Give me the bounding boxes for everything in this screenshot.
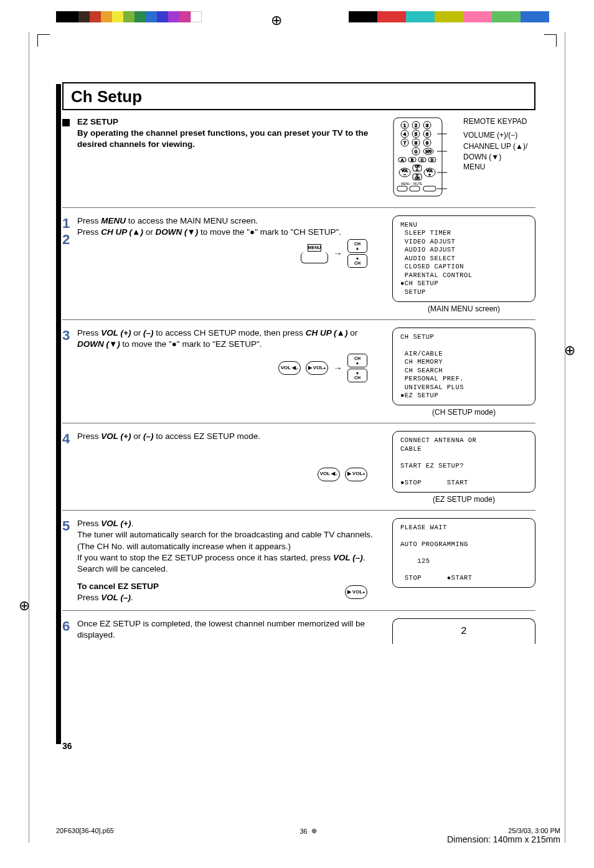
main-menu-screen: MENU SLEEP TIMER VIDEO ADJUST AUDIO ADJU… [392,215,535,302]
registration-mark-right-icon: ⊕ [564,342,575,359]
svg-rect-46 [410,186,420,191]
main-menu-caption: (MAIN MENU screen) [392,304,535,313]
registration-mark-left-icon: ⊕ [19,598,30,614]
ez-setup-intro: EZ SETUP By operating the channel preset… [77,116,386,197]
svg-text:D: D [431,158,434,162]
menu-button-icon [301,252,328,263]
vol-plus-button-icon: ▶ VOL+ [345,468,367,481]
print-footer: 20F630[36-40].p65 36 ⊕ 25/3/03, 3:00 PM … [56,827,560,844]
svg-text:MUTE: MUTE [413,182,423,186]
svg-text:5: 5 [415,131,418,137]
registration-mark-icon: ⊕ [271,12,282,29]
auto-programming-screen: PLEASE WAIT AUTO PROGRAMMING 125 STOP ●S… [392,518,535,588]
registration-mark-icon: ⊕ [311,827,317,835]
ch-up-button-icon: CH▲ [347,239,367,253]
remote-label-channel: CHANNEL UP (▲)/ DOWN (▼) [463,141,535,161]
svg-text:MENU: MENU [401,182,410,186]
svg-text:4: 4 [403,131,407,137]
svg-text:▲: ▲ [415,167,419,171]
svg-text:1: 1 [403,123,407,128]
arrow-right-icon: → [333,247,342,260]
svg-text:C: C [421,158,424,162]
side-black-bar [56,84,61,744]
step-number-3: 3 [62,328,77,344]
color-bar-left [56,11,202,22]
remote-label-volume: VOLUME (+)/(−) [463,130,535,140]
remote-label-keypad: REMOTE KEYPAD [463,116,535,126]
step-number-6: 6 [62,618,77,634]
ez-setup-screen: CONNECT ANTENNA OR CABLE START EZ SETUP?… [392,431,535,493]
menu-button-label: MENU [308,244,322,251]
remote-icon: 1 2 3 4 5 6 7 8 9 0 100 A B C D [392,116,461,197]
footer-file: 20F630[36-40].p65 [56,827,114,844]
svg-rect-47 [423,186,436,191]
svg-text:8: 8 [415,140,418,146]
color-bar-right [349,11,549,22]
svg-text:0: 0 [415,149,418,154]
svg-text:2: 2 [415,123,418,128]
svg-text:–: – [403,172,406,176]
svg-text:7: 7 [403,140,407,146]
svg-text:CH: CH [415,176,420,180]
svg-text:3: 3 [426,123,429,128]
remote-figure: 1 2 3 4 5 6 7 8 9 0 100 A B C D [392,116,535,197]
ch-down-button-icon: ▼CH [347,369,367,382]
step-number-1: 1 [62,215,77,232]
step-number-4: 4 [62,431,77,447]
ch-setup-screen: CH SETUP AIR/CABLE CH MEMORY CH SEARCH P… [392,328,535,406]
page-title: Ch Setup [71,87,527,106]
ch-setup-caption: (CH SETUP mode) [392,408,535,417]
ch-down-button-icon: ▼CH [347,254,367,268]
cancel-title: To cancel EZ SETUP [77,582,159,591]
ez-setup-caption: (EZ SETUP mode) [392,495,535,504]
svg-text:6: 6 [426,131,429,137]
vol-minus-button-icon: VOL ◀– [278,361,301,375]
vol-plus-button-icon: ▶ VOL+ [345,585,367,599]
step-number-5: 5 [62,518,77,534]
step-number-2: 2 [62,232,77,248]
svg-rect-44 [397,186,407,191]
svg-text:9: 9 [426,140,429,146]
remote-label-menu: MENU [463,162,535,172]
vol-plus-button-icon: ▶ VOL+ [306,361,328,375]
ch-up-button-icon: CH▲ [347,354,367,367]
svg-text:A: A [401,158,403,162]
arrow-right-icon: → [333,362,342,374]
svg-text:100: 100 [425,149,432,153]
bullet-square-icon [62,119,70,126]
page-number: 36 [62,741,535,751]
svg-text:+: + [428,172,431,176]
svg-text:B: B [411,158,413,162]
vol-minus-button-icon: VOL ◀– [318,468,340,481]
channel-display-screen: 2 [392,618,535,644]
page-title-box: Ch Setup [62,82,535,110]
